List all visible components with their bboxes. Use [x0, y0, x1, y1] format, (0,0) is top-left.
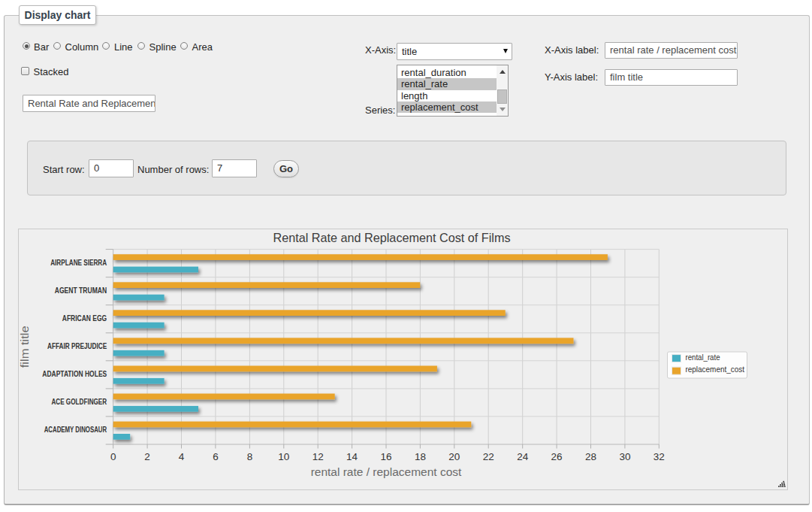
svg-text:8: 8	[247, 451, 253, 462]
svg-text:6: 6	[213, 451, 219, 462]
svg-text:0: 0	[110, 451, 116, 462]
svg-text:rental_rate: rental_rate	[686, 353, 720, 362]
svg-text:4: 4	[179, 451, 185, 462]
svg-text:ACE GOLDFINGER: ACE GOLDFINGER	[51, 398, 107, 406]
svg-text:28: 28	[585, 451, 596, 462]
svg-text:16: 16	[380, 451, 391, 462]
svg-text:18: 18	[415, 451, 426, 462]
svg-text:24: 24	[517, 451, 529, 462]
svg-text:replacement_cost: replacement_cost	[686, 365, 745, 374]
svg-text:14: 14	[346, 451, 358, 462]
svg-text:film title: film title	[19, 326, 31, 368]
svg-text:rental rate / replacement cost: rental rate / replacement cost	[311, 465, 462, 478]
svg-text:12: 12	[312, 451, 324, 462]
svg-text:AGENT TRUMAN: AGENT TRUMAN	[55, 286, 107, 295]
svg-text:10: 10	[278, 451, 289, 462]
svg-text:AFRICAN EGG: AFRICAN EGG	[62, 314, 107, 323]
svg-text:22: 22	[483, 451, 494, 462]
svg-text:20: 20	[448, 451, 460, 462]
svg-text:ACADEMY DINOSAUR: ACADEMY DINOSAUR	[44, 426, 107, 434]
svg-text:30: 30	[619, 451, 630, 462]
svg-text:ADAPTATION HOLES: ADAPTATION HOLES	[42, 370, 107, 378]
svg-text:26: 26	[551, 451, 563, 462]
svg-text:2: 2	[144, 451, 150, 462]
svg-text:32: 32	[654, 451, 665, 462]
svg-text:AFFAIR PREJUDICE: AFFAIR PREJUDICE	[47, 342, 107, 350]
svg-text:Rental Rate and Replacement Co: Rental Rate and Replacement Cost of Film…	[273, 231, 511, 245]
svg-text:AIRPLANE SIERRA: AIRPLANE SIERRA	[50, 259, 107, 267]
